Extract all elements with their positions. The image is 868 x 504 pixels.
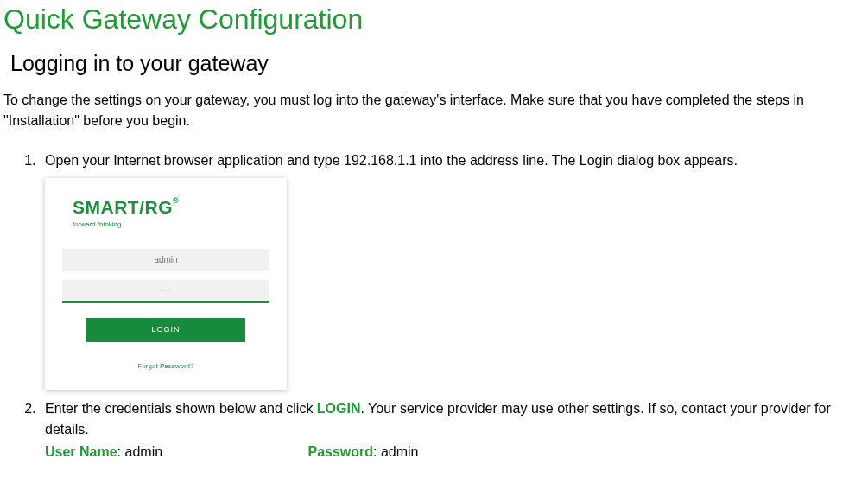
- login-button[interactable]: LOGIN: [86, 318, 245, 342]
- section-heading: Logging in to your gateway: [10, 51, 865, 76]
- credential-username-value: : admin: [117, 444, 162, 459]
- brand-logo: SMART/RG®: [45, 194, 287, 221]
- intro-text: To change the settings on your gateway, …: [3, 90, 865, 131]
- brand-text-2: /RG: [139, 197, 173, 217]
- credential-password-value: : admin: [373, 444, 418, 459]
- login-dialog-box: SMART/RG® forward thinking admin ····· L…: [45, 178, 287, 390]
- steps-list: Open your Internet browser application a…: [3, 150, 865, 463]
- credential-password: Password: admin: [307, 442, 418, 463]
- credential-password-label: Password: [307, 444, 373, 459]
- login-dialog-figure: SMART/RG® forward thinking admin ····· L…: [45, 178, 865, 390]
- credential-username-label: User Name: [45, 444, 117, 459]
- step-1: Open your Internet browser application a…: [40, 150, 865, 390]
- brand-text-1: SMART: [73, 197, 139, 217]
- credential-username: User Name: admin: [45, 442, 304, 463]
- forgot-password-link[interactable]: Forgot Password?: [45, 361, 287, 372]
- registered-icon: ®: [173, 196, 179, 205]
- login-word-highlight: LOGIN: [317, 401, 361, 416]
- credentials-line: User Name: admin Password: admin: [45, 442, 865, 463]
- username-input[interactable]: admin: [62, 249, 269, 271]
- password-input[interactable]: ·····: [62, 280, 269, 303]
- step-2: Enter the credentials shown below and cl…: [40, 399, 865, 463]
- page-title: Quick Gateway Configuration: [3, 3, 865, 35]
- step-2-text-part1: Enter the credentials shown below and cl…: [45, 401, 317, 416]
- step-1-text: Open your Internet browser application a…: [45, 153, 738, 168]
